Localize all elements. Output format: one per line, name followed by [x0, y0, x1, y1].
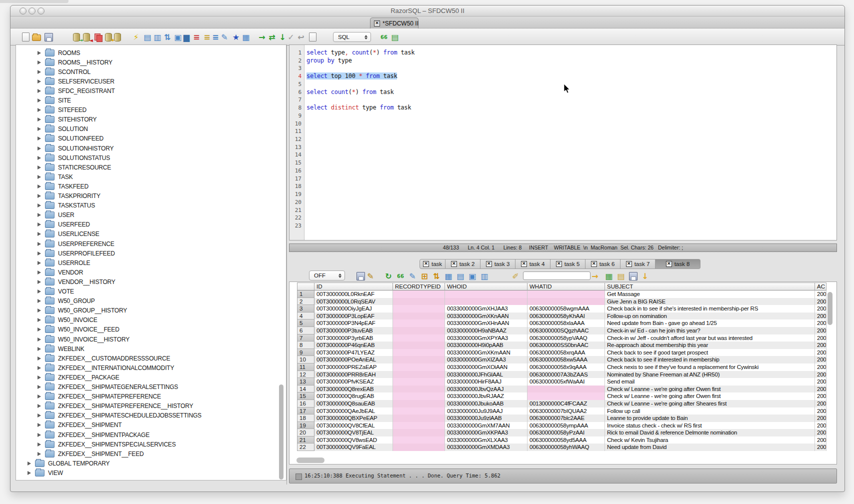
cell[interactable]: 00T3000000POeAnEAL	[314, 356, 393, 364]
column-header-WHATID[interactable]: WHATID	[528, 282, 605, 290]
cell[interactable]: Follow-up on nomination	[605, 312, 815, 320]
list-red-icon[interactable]: ≡	[192, 32, 202, 42]
table-row[interactable]: 900T3000000P47LYEAZ0033000000GmXKmAAN006…	[297, 349, 826, 356]
cell[interactable]: 0033000000GmXKmAAN	[445, 349, 528, 356]
close-tab-icon[interactable]: ✕	[374, 20, 380, 26]
cell[interactable]: Check nexis to see if they've found a re…	[605, 364, 815, 371]
new-file-icon[interactable]	[20, 32, 30, 42]
execute-sql-icon[interactable]: ⚡	[131, 32, 141, 42]
cell[interactable]: 00T3000000PfvKSEAZ	[314, 378, 393, 386]
cell[interactable]: 00T3000000P46qnEAB	[314, 342, 393, 349]
expand-triangle-icon[interactable]	[28, 471, 31, 475]
describe-table-icon[interactable]: ▤	[142, 32, 152, 42]
table-row[interactable]: 1600T3000000Q8sauEAB0033000000JbukoAAB00…	[297, 400, 826, 408]
tree-item-rooms__history[interactable]: ROOMS__HISTORY	[38, 58, 112, 67]
cell[interactable]: 006300000058xrqAAA	[528, 349, 605, 356]
cell[interactable]: Check back to see if interested in membe…	[605, 356, 815, 364]
tree-item-zkfedex__shipmatescheduledjobssettings[interactable]: ZKFEDEX__SHIPMATESCHEDULEDJOBSSETTINGS	[38, 411, 202, 420]
tree-item-sitehistory[interactable]: SITEHISTORY	[38, 115, 96, 124]
refresh-icon[interactable]: ↻	[384, 271, 394, 281]
cell[interactable]	[393, 371, 445, 378]
cell[interactable]: 00T3000000L0RqSEAV	[314, 298, 393, 306]
expand-triangle-icon[interactable]	[38, 80, 41, 84]
tree-item-site[interactable]: SITE	[38, 96, 71, 106]
tree-item-w50_invoice[interactable]: W50_INVOICE	[38, 316, 98, 325]
cell[interactable]: 2006	[815, 349, 826, 356]
notes-icon[interactable]: ▤	[616, 271, 626, 281]
cell[interactable]: 00T3000000QV8wsEAD	[314, 436, 393, 444]
expand-triangle-icon[interactable]	[38, 423, 41, 427]
results-hscrollbar[interactable]	[296, 458, 324, 463]
expand-triangle-icon[interactable]	[38, 204, 41, 208]
cell[interactable]: Need update from David	[605, 444, 815, 451]
expand-triangle-icon[interactable]	[38, 194, 41, 198]
expand-triangle-icon[interactable]	[38, 232, 41, 236]
tree-item-userfeed[interactable]: USERFEED	[38, 220, 90, 230]
cell[interactable]: Check-in w/ Ed - can he join this year?	[605, 327, 815, 334]
expand-triangle-icon[interactable]	[38, 452, 41, 456]
cell[interactable]: 006300000058ypVAAQ	[528, 334, 605, 342]
tree-item-userlicense[interactable]: USERLICENSE	[38, 230, 100, 239]
expand-triangle-icon[interactable]	[38, 442, 41, 446]
column-header-AC[interactable]: AC	[815, 282, 826, 290]
tree-item-taskfeed[interactable]: TASKFEED	[38, 182, 88, 191]
generate-sql-icon[interactable]: ▥	[152, 32, 162, 42]
cell[interactable]: Check w/ Kevin Tsujihara	[605, 436, 815, 444]
tree-item-zkfedex__package[interactable]: ZKFEDEX__PACKAGE	[38, 372, 120, 382]
expand-triangle-icon[interactable]	[38, 136, 41, 140]
table-row[interactable]: 1800T3000000QBXPeEAP0033000000Ju9zlAAB00…	[297, 414, 826, 422]
cell[interactable]: Need update from Bain - gave go ahead 1/…	[605, 320, 815, 327]
tree-item-staticresource[interactable]: STATICRESOURCE	[38, 162, 111, 172]
cell[interactable]	[393, 342, 445, 349]
expand-triangle-icon[interactable]	[38, 318, 41, 322]
cell[interactable]: 8	[297, 342, 314, 349]
cell[interactable]: 6	[297, 327, 314, 334]
font-size-icon[interactable]: 66	[396, 271, 406, 281]
expand-triangle-icon[interactable]	[38, 60, 41, 64]
copy-results-icon[interactable]: ▣	[468, 271, 478, 281]
download-icon[interactable]: ↓	[640, 271, 650, 281]
open-file-icon[interactable]	[32, 32, 42, 42]
cell[interactable]	[528, 290, 605, 298]
cell[interactable]: 19	[297, 422, 314, 430]
expand-triangle-icon[interactable]	[38, 118, 41, 122]
cell[interactable]: Check w/ Leanne - we're going after Shea…	[605, 400, 815, 408]
cell[interactable]: 0033000000GmXM7AAN	[445, 422, 528, 430]
tree-item-zkfedex__customaddresssource[interactable]: ZKFEDEX__CUSTOMADDRESSSOURCE	[38, 354, 170, 363]
cell[interactable]: 2006	[815, 436, 826, 444]
cell[interactable]: 2006	[815, 371, 826, 378]
column-header-WHOID[interactable]: WHOID	[445, 282, 528, 290]
cell[interactable]	[393, 422, 445, 430]
title-bar[interactable]: RazorSQL – SFDCW50 II	[10, 6, 844, 16]
zoom-button[interactable]	[38, 8, 44, 14]
tree-item-rooms[interactable]: ROOMS	[38, 48, 80, 58]
cell[interactable]	[393, 400, 445, 408]
result-tab-4[interactable]: ✕task 4	[516, 259, 550, 269]
tree-item-zkfedex__shipmategeneralsettings[interactable]: ZKFEDEX__SHIPMATEGENERALSETTINGS	[38, 382, 178, 392]
cell[interactable]: 2	[297, 298, 314, 306]
cell[interactable]	[393, 290, 445, 298]
cell[interactable]: 2006	[815, 444, 826, 451]
cell[interactable]	[393, 392, 445, 400]
book-icon[interactable]: ▆	[182, 32, 192, 42]
find-next-icon[interactable]: →	[590, 271, 600, 281]
cell[interactable]: 2006	[815, 312, 826, 320]
tree-item-w50_group[interactable]: W50_GROUP	[38, 296, 95, 306]
cell[interactable]: 0033000000GmXMDAA3	[445, 444, 528, 451]
cell[interactable]: 2006	[815, 378, 826, 386]
cell[interactable]	[393, 436, 445, 444]
cell[interactable]: 2006	[815, 320, 826, 327]
sql-mode-select[interactable]: SQL	[333, 32, 371, 42]
cell[interactable]: 0063000000SS0bnAAC	[528, 342, 605, 349]
tree-item-userprofilefeed[interactable]: USERPROFILEFEED	[38, 248, 115, 258]
tree-item-sfdc_registrant[interactable]: SFDC_REGISTRANT	[38, 86, 115, 96]
cell[interactable]: 00T3000000P3LopEAF	[314, 312, 393, 320]
cell[interactable]: 11	[297, 364, 314, 371]
expand-triangle-icon[interactable]	[38, 356, 41, 360]
close-button[interactable]	[20, 8, 26, 14]
cell[interactable]: 12	[297, 371, 314, 378]
result-tab-5[interactable]: ✕task 5	[550, 259, 586, 269]
cell[interactable]: Check w/ Leanne - we're going after Owen…	[605, 392, 815, 400]
table-row[interactable]: 1000T3000000POeAnEAL0033000000GmXIZAA300…	[297, 356, 826, 364]
cell[interactable]	[393, 312, 445, 320]
